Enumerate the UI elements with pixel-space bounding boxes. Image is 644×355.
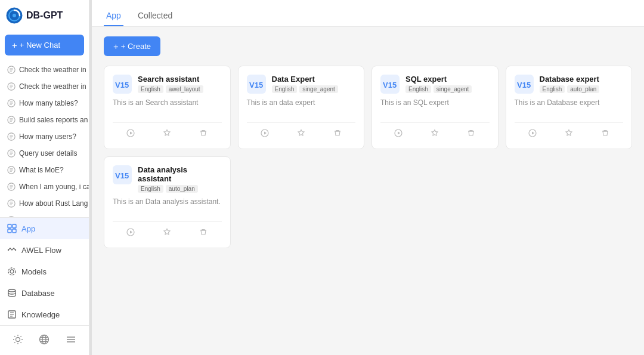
card-info: Data Expert English singe_agent bbox=[272, 75, 338, 93]
chat-item-text: Query user details bbox=[19, 149, 77, 158]
svg-point-18 bbox=[15, 249, 16, 251]
svg-rect-14 bbox=[13, 224, 16, 228]
nav-item-app[interactable]: App bbox=[0, 218, 89, 239]
sidebar: DB-GPT + + New Chat Check the weather in… bbox=[0, 0, 89, 355]
star-icon bbox=[431, 129, 439, 137]
star-icon bbox=[163, 228, 171, 236]
card-data-expert[interactable]: V15 Data Expert English singe_agent This… bbox=[238, 66, 365, 149]
card-star-button[interactable] bbox=[429, 128, 440, 140]
bottom-icon-bar bbox=[0, 325, 89, 355]
chat-history-item[interactable]: How many users? bbox=[0, 128, 89, 145]
svg-point-23 bbox=[16, 338, 20, 342]
card-sql-expert[interactable]: V15 SQL expert English singe_agent This … bbox=[371, 66, 499, 149]
card-play-button[interactable] bbox=[125, 128, 136, 140]
card-delete-button[interactable] bbox=[332, 128, 343, 140]
card-actions bbox=[113, 221, 222, 239]
language-button[interactable] bbox=[36, 332, 52, 349]
new-chat-label: + New Chat bbox=[20, 41, 60, 50]
svg-marker-47 bbox=[264, 132, 267, 135]
nav-models-label: Models bbox=[21, 267, 47, 276]
models-icon bbox=[7, 267, 17, 276]
play-icon bbox=[528, 129, 537, 137]
chat-history-item[interactable]: Check the weather in bbox=[0, 61, 89, 78]
chat-icon bbox=[7, 82, 16, 91]
nav-knowledge-label: Knowledge bbox=[21, 310, 60, 319]
card-header: V15 Database expert English auto_plan bbox=[515, 75, 624, 94]
svg-point-19 bbox=[10, 270, 14, 273]
svg-text:V15: V15 bbox=[383, 81, 397, 89]
chat-history-item[interactable]: When I am young, i ca bbox=[0, 178, 89, 195]
play-icon bbox=[261, 129, 269, 137]
card-delete-button[interactable] bbox=[466, 128, 476, 140]
chat-history-item[interactable]: Build sales reports an bbox=[0, 112, 89, 128]
main-content: App Collected + + Create V15 bbox=[92, 0, 644, 355]
chat-history-item[interactable]: How about Rust Lang bbox=[0, 195, 89, 212]
star-icon bbox=[565, 129, 573, 137]
nav-item-models[interactable]: Models bbox=[0, 261, 89, 282]
card-delete-button[interactable] bbox=[198, 227, 209, 239]
card-play-button[interactable] bbox=[527, 128, 538, 140]
chat-history-item[interactable]: What is MoE? bbox=[0, 162, 89, 178]
card-description: This is an SQL expert bbox=[380, 98, 490, 116]
chat-icon bbox=[7, 66, 16, 74]
card-star-button[interactable] bbox=[296, 128, 306, 140]
tab-collected[interactable]: Collected bbox=[135, 6, 175, 26]
nav-item-awel-flow[interactable]: AWEL Flow bbox=[0, 239, 89, 261]
svg-line-28 bbox=[14, 336, 15, 337]
card-play-button[interactable] bbox=[259, 128, 270, 140]
card-database-expert[interactable]: V15 Database expert English auto_plan Th… bbox=[506, 66, 633, 149]
card-title: Search assistant bbox=[138, 75, 203, 84]
card-actions bbox=[247, 122, 356, 140]
db-gpt-logo-icon bbox=[6, 7, 23, 24]
chat-history-item[interactable]: How many tables? bbox=[0, 95, 89, 112]
nav-item-knowledge[interactable]: Knowledge bbox=[0, 304, 89, 325]
nav-item-database[interactable]: Database bbox=[0, 282, 89, 304]
card-data-analysis-assistant[interactable]: V15 Data analysis assistant English auto… bbox=[104, 156, 231, 248]
card-actions bbox=[515, 122, 624, 140]
awel-flow-icon bbox=[7, 245, 17, 255]
menu-button[interactable] bbox=[63, 332, 79, 349]
card-tag: awel_layout bbox=[166, 85, 203, 93]
card-play-button[interactable] bbox=[125, 227, 136, 239]
chat-history-item[interactable]: What's your name? Te bbox=[0, 212, 89, 217]
card-play-button[interactable] bbox=[393, 128, 404, 140]
card-info: SQL expert English singe_agent bbox=[405, 75, 472, 93]
card-delete-button[interactable] bbox=[600, 128, 611, 140]
chat-history-item[interactable]: Query user details bbox=[0, 145, 89, 162]
nav-database-label: Database bbox=[21, 289, 55, 298]
svg-rect-16 bbox=[13, 229, 16, 233]
tab-bar: App Collected bbox=[104, 6, 632, 26]
create-button[interactable]: + + Create bbox=[104, 36, 160, 56]
svg-text:V15: V15 bbox=[115, 81, 129, 89]
theme-button[interactable] bbox=[10, 332, 26, 349]
card-delete-button[interactable] bbox=[198, 128, 209, 140]
svg-point-17 bbox=[8, 249, 9, 251]
svg-marker-43 bbox=[130, 132, 132, 135]
card-star-button[interactable] bbox=[162, 128, 172, 140]
chat-item-text: How many users? bbox=[19, 132, 76, 141]
card-tags: English singe_agent bbox=[272, 85, 338, 93]
card-tag: singe_agent bbox=[434, 85, 472, 93]
trash-icon bbox=[601, 129, 609, 137]
chat-item-text: Build sales reports an bbox=[19, 116, 88, 124]
card-star-button[interactable] bbox=[564, 128, 574, 140]
card-star-button[interactable] bbox=[162, 227, 172, 239]
chat-icon bbox=[7, 99, 16, 107]
new-chat-button[interactable]: + + New Chat bbox=[5, 35, 84, 55]
trash-icon bbox=[467, 129, 475, 137]
card-description: This is an Search assistant bbox=[113, 98, 222, 116]
svg-point-21 bbox=[8, 289, 16, 292]
cards-grid: V15 Search assistant English awel_layout… bbox=[104, 66, 632, 149]
svg-line-29 bbox=[21, 342, 21, 342]
chat-history-item[interactable]: Check the weather in bbox=[0, 78, 89, 95]
chat-item-text: How about Rust Lang bbox=[19, 199, 88, 208]
card-search-assistant[interactable]: V15 Search assistant English awel_layout… bbox=[104, 66, 231, 149]
card-tag: English bbox=[405, 85, 431, 93]
card-tags: English auto_plan bbox=[540, 85, 600, 93]
tab-app[interactable]: App bbox=[104, 6, 123, 26]
nav-awel-label: AWEL Flow bbox=[21, 246, 61, 255]
chat-item-text: How many tables? bbox=[19, 99, 78, 107]
star-icon bbox=[163, 129, 171, 137]
chat-item-text: When I am young, i ca bbox=[19, 183, 89, 191]
new-chat-plus-icon: + bbox=[12, 40, 17, 50]
